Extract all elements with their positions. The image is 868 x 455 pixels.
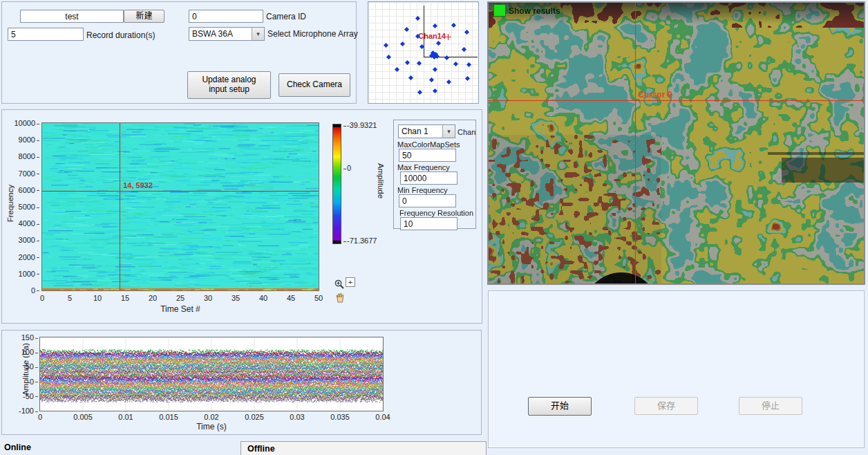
camera-cursor-vline[interactable] <box>635 3 636 284</box>
colorbar-min-label: -71.3677 <box>343 236 377 245</box>
setup-panel: 新建 Record duration(s) Camera ID BSWA 36A… <box>1 1 357 104</box>
spectrogram-cursor-hline[interactable] <box>42 191 319 192</box>
mic-point <box>432 88 437 93</box>
spectrogram-canvas[interactable] <box>42 123 319 290</box>
mic-array-select[interactable]: BSWA 36A ▾ <box>189 27 265 41</box>
mic-point <box>415 15 419 20</box>
spectrogram-cursor-vline[interactable] <box>120 123 120 290</box>
waveform-y-ticks: 150100500-50-100 <box>10 333 38 415</box>
mic-array-y-axis <box>424 6 424 57</box>
waveform-x-ticks: 00.0050.010.0150.020.0250.030.0350.04 <box>30 413 393 422</box>
channel-select[interactable]: Chan 1 ▾ <box>398 124 455 138</box>
mic-channel-label: Chan14 <box>418 32 446 40</box>
mic-array-label: Select Microphone Array <box>267 29 358 39</box>
colorbar-amplitude-label: Amplitude <box>377 163 385 198</box>
project-name-input[interactable] <box>20 10 124 23</box>
spectrogram-cursor-label: 14, 5932 <box>123 181 153 189</box>
spectrogram-panel: Frequency 100009000800070006000500040003… <box>1 109 482 324</box>
min-frequency-label: Min Frequency <box>397 186 448 194</box>
mic-point <box>453 61 457 66</box>
spectrogram-y-ticks: 1000090008000700060005000400030002000100… <box>9 119 39 295</box>
colorbar-gradient <box>333 127 341 241</box>
maxcolormapsets-input[interactable] <box>399 149 456 162</box>
zoom-mode-plus-icon[interactable]: + <box>346 277 355 287</box>
tab-offline-label: Offline <box>247 444 275 454</box>
camera-cursor-hline[interactable] <box>489 100 864 101</box>
channel-label: Chan <box>457 128 475 136</box>
mic-point <box>464 29 469 34</box>
waveform-panel: Amplitude (Pa) 150100500-50-100 00.0050.… <box>1 330 482 435</box>
mic-point <box>417 89 422 94</box>
record-duration-input[interactable] <box>8 28 84 41</box>
pan-hand-icon[interactable] <box>334 292 346 304</box>
update-analog-input-button[interactable]: Update analog input setup <box>187 71 271 99</box>
spectrogram-plot[interactable]: 14, 5932 <box>41 122 319 291</box>
mic-point <box>428 77 433 82</box>
frequency-resolution-input[interactable] <box>400 217 457 230</box>
colorbar-max-label: -39.9321 <box>343 121 377 129</box>
mic-point <box>386 54 390 59</box>
mic-point <box>416 60 421 65</box>
mic-point <box>435 40 440 45</box>
zoom-tool-icon[interactable] <box>334 279 345 290</box>
chevron-down-icon[interactable]: ▾ <box>442 125 455 138</box>
waveform-plot <box>39 337 384 411</box>
tab-offline[interactable]: Offline <box>240 441 487 455</box>
mic-point <box>399 41 404 46</box>
mic-point <box>444 55 449 59</box>
max-frequency-input[interactable] <box>400 171 457 185</box>
amplitude-colorbar <box>332 124 341 244</box>
mic-point <box>404 59 409 64</box>
mic-point <box>464 75 469 80</box>
waveform-xlabel: Time (s) <box>191 422 232 431</box>
start-button[interactable]: 开始 <box>528 397 592 416</box>
analysis-controls-panel: Chan 1 ▾ Chan MaxColorMapSets Max Freque… <box>393 120 476 229</box>
camera-id-label: Camera ID <box>266 12 306 21</box>
colorbar-mid-label: 0 <box>343 164 351 172</box>
mic-point <box>432 66 437 71</box>
spectrogram-xlabel: Time Set # <box>158 304 203 314</box>
show-results-led[interactable] <box>493 4 506 17</box>
mic-point <box>432 23 437 28</box>
mic-point <box>451 22 455 27</box>
mic-point <box>394 66 399 71</box>
mic-array-select-value: BSWA 36A <box>189 29 252 39</box>
record-panel: 开始 保存 停止 <box>488 290 865 448</box>
camera-id-input[interactable] <box>189 10 263 23</box>
waveform-canvas <box>40 337 383 411</box>
mic-point <box>466 62 471 66</box>
save-button[interactable]: 保存 <box>634 397 698 415</box>
new-project-button[interactable]: 新建 <box>124 10 164 23</box>
mic-point <box>404 26 408 31</box>
acoustic-camera-canvas[interactable] <box>489 3 864 284</box>
show-results-label: Show results <box>509 6 560 16</box>
mic-array-plot: Chan14 <box>368 1 479 104</box>
min-frequency-input[interactable] <box>399 194 456 207</box>
colorbar-bottom-cap <box>333 241 341 243</box>
mic-point <box>446 79 451 84</box>
camera-image-panel[interactable]: Cursor 0 Show results <box>487 1 865 285</box>
mic-point <box>461 46 466 51</box>
camera-cursor-label: Cursor 0 <box>638 90 672 100</box>
channel-select-value: Chan 1 <box>399 127 442 136</box>
chevron-down-icon[interactable]: ▾ <box>252 28 264 40</box>
mic-point <box>408 75 413 80</box>
check-camera-button[interactable]: Check Camera <box>279 73 350 97</box>
stop-button[interactable]: 停止 <box>739 397 802 415</box>
maxcolormapsets-label: MaxColorMapSets <box>397 140 460 149</box>
spectrogram-x-ticks: 05101520253035404550 <box>35 294 326 304</box>
frequency-resolution-label: Frequency Resolution <box>399 209 473 217</box>
max-frequency-label: Max Frequency <box>397 163 450 171</box>
record-duration-label: Record duration(s) <box>86 30 155 40</box>
tab-online[interactable]: Online <box>4 443 31 452</box>
mic-point <box>383 42 388 47</box>
